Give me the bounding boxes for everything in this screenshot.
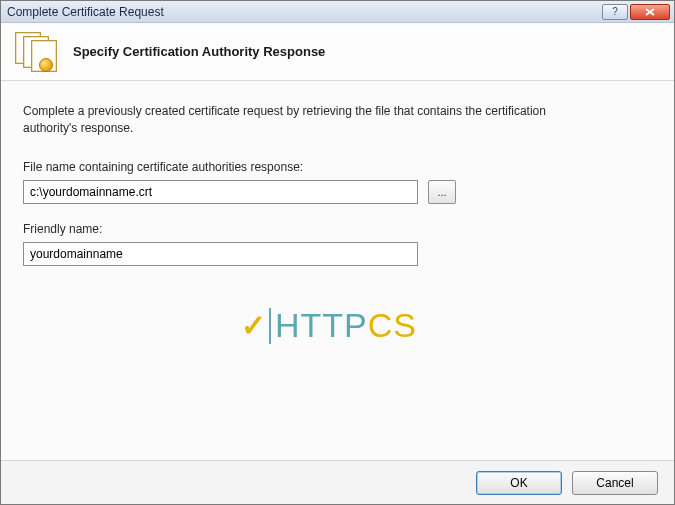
close-icon xyxy=(645,8,655,16)
cancel-button[interactable]: Cancel xyxy=(572,471,658,495)
help-icon: ? xyxy=(612,6,618,17)
content-area: Complete a previously created certificat… xyxy=(1,81,674,460)
file-field-row: ... xyxy=(23,180,652,204)
header-band: Specify Certification Authority Response xyxy=(1,23,674,81)
window-title: Complete Certificate Request xyxy=(7,5,600,19)
titlebar[interactable]: Complete Certificate Request ? xyxy=(1,1,674,23)
watermark-logo: ✓ HTTPCS xyxy=(241,306,417,345)
watermark-text-1: HTTP xyxy=(275,306,368,345)
header-title: Specify Certification Authority Response xyxy=(73,44,325,59)
file-name-input[interactable] xyxy=(23,180,418,204)
certificate-icon xyxy=(15,32,59,72)
ellipsis-icon: ... xyxy=(437,186,446,198)
window-controls: ? xyxy=(600,4,670,20)
ok-button[interactable]: OK xyxy=(476,471,562,495)
friendly-name-input[interactable] xyxy=(23,242,418,266)
dialog-footer: OK Cancel xyxy=(1,460,674,504)
file-field-label: File name containing certificate authori… xyxy=(23,160,652,174)
friendly-field-row xyxy=(23,242,652,266)
check-icon: ✓ xyxy=(241,308,267,343)
watermark-text-2: CS xyxy=(368,306,417,345)
close-button[interactable] xyxy=(630,4,670,20)
browse-button[interactable]: ... xyxy=(428,180,456,204)
dialog-window: Complete Certificate Request ? Specify C… xyxy=(0,0,675,505)
description-text: Complete a previously created certificat… xyxy=(23,103,583,138)
help-button[interactable]: ? xyxy=(602,4,628,20)
friendly-field-label: Friendly name: xyxy=(23,222,652,236)
